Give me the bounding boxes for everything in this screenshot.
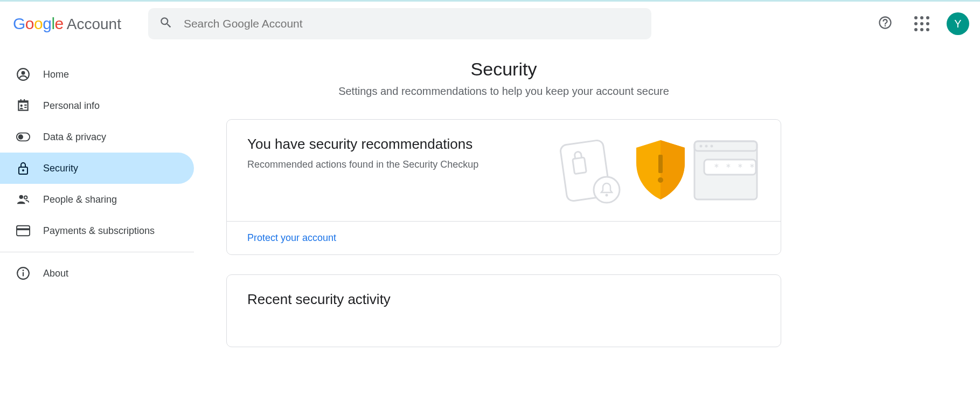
svg-rect-14 [573,157,587,174]
svg-rect-17 [658,155,663,173]
search-icon [159,16,173,32]
sidebar-item-security[interactable]: Security [0,153,194,184]
svg-point-12 [23,270,24,271]
sidebar-item-label: People & sharing [43,194,117,205]
sidebar-item-label: Data & privacy [43,132,106,143]
info-icon [16,266,30,280]
security-checkup-illustration: ＊＊＊＊ [555,136,760,208]
sidebar-item-label: About [43,268,68,279]
svg-point-6 [19,195,23,199]
apps-button[interactable] [910,12,934,36]
search-box[interactable] [148,8,651,39]
help-button[interactable] [873,12,897,36]
sidebar-item-label: Payments & subscriptions [43,225,155,237]
svg-point-22 [705,145,708,148]
avatar-initial: Y [954,18,961,30]
people-icon [16,192,30,206]
sidebar-item-label: Security [43,163,78,174]
sidebar-item-people-sharing[interactable]: People & sharing [0,184,194,215]
header-actions: Y [873,12,969,36]
svg-rect-8 [17,226,30,236]
card-title: You have security recommendations [247,136,534,153]
svg-rect-11 [23,272,24,277]
toggle-icon [16,132,30,142]
svg-point-1 [22,71,25,75]
google-logo: Google [13,15,64,33]
sidebar-item-payments[interactable]: Payments & subscriptions [0,215,194,246]
header: Google Account Y [0,2,980,46]
sidebar-item-personal-info[interactable]: Personal info [0,90,194,121]
sidebar-item-label: Personal info [43,100,100,112]
lock-icon [16,161,30,175]
sidebar: Home Personal info Data & privacy Securi… [0,46,194,367]
apps-icon [914,16,929,31]
sidebar-item-data-privacy[interactable]: Data & privacy [0,121,194,153]
svg-point-16 [606,194,608,197]
search-input[interactable] [184,17,641,30]
protect-account-link[interactable]: Protect your account [247,232,336,243]
svg-point-18 [658,177,663,183]
recent-security-activity-card: Recent security activity [226,274,781,347]
svg-point-7 [24,196,27,199]
account-avatar[interactable]: Y [947,12,969,35]
svg-point-21 [700,145,703,148]
security-recommendations-card: You have security recommendations Recomm… [226,119,781,255]
id-card-icon [16,99,30,113]
sidebar-item-home[interactable]: Home [0,59,194,90]
credit-card-icon [16,225,30,237]
sidebar-item-label: Home [43,69,69,80]
svg-rect-9 [17,228,30,230]
brand-product-name: Account [67,16,121,33]
page-title: Security [226,59,781,80]
sidebar-item-about[interactable]: About [0,258,194,289]
sidebar-divider [0,252,194,252]
svg-point-5 [22,169,24,171]
svg-text:＊＊＊＊: ＊＊＊＊ [712,162,759,173]
home-icon [16,67,30,81]
help-icon [878,15,893,32]
brand[interactable]: Google Account [13,15,121,33]
page-subtitle: Settings and recommendations to help you… [226,85,781,98]
svg-point-23 [711,145,713,148]
svg-point-3 [18,134,23,139]
svg-point-15 [594,177,620,203]
main-content: Security Settings and recommendations to… [194,46,814,367]
card-title: Recent security activity [247,291,760,308]
card-description: Recommended actions found in the Securit… [247,159,534,170]
